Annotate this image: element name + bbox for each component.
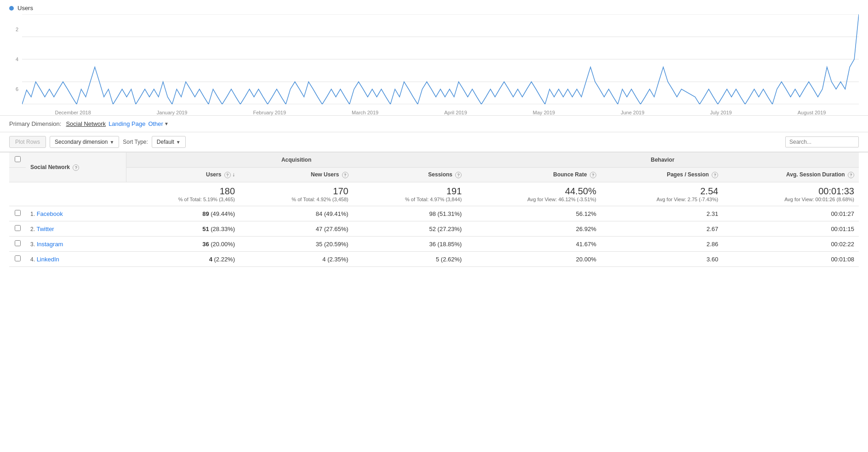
totals-bounce-rate-cell: 44.50% Avg for View: 46.12% (-3.51%) — [466, 182, 601, 206]
row-social-network-cell: 4. LinkedIn — [26, 252, 126, 267]
other-link[interactable]: Other — [148, 120, 163, 127]
select-all-checkbox-header[interactable] — [9, 153, 26, 168]
users-help-icon[interactable]: ? — [224, 172, 231, 178]
totals-users-sub: % of Total: 5.19% (3,465) — [131, 197, 235, 202]
totals-new-users-cell: 170 % of Total: 4.92% (3,458) — [240, 182, 353, 206]
row-social-network-cell: 2. Twitter — [26, 221, 126, 237]
secondary-dimension-label: Secondary dimension — [55, 139, 108, 145]
sort-chevron-icon: ▼ — [176, 140, 181, 145]
other-dropdown[interactable]: Other ▼ — [148, 120, 168, 127]
legend-label: Users — [17, 5, 33, 11]
new-users-help-icon[interactable]: ? — [342, 172, 348, 178]
row-users-cell: 89 (49.44%) — [126, 206, 240, 221]
row-users-bold: 51 — [202, 226, 209, 232]
chart-y-label-2: 2 — [9, 27, 18, 32]
pages-session-help-icon[interactable]: ? — [712, 172, 718, 178]
row-checkbox-cell[interactable] — [9, 237, 26, 252]
landing-page-link[interactable]: Landing Page — [108, 120, 145, 127]
search-input[interactable] — [785, 136, 859, 147]
row-sessions-cell: 52 (27.23%) — [353, 221, 467, 237]
totals-row: 180 % of Total: 5.19% (3,465) 170 % of T… — [9, 182, 859, 206]
primary-dimension-controls: Primary Dimension: Social Network Landin… — [0, 116, 868, 132]
pages-session-col-label: Pages / Session — [667, 171, 708, 178]
col-header-bounce-rate[interactable]: Bounce Rate ? — [466, 168, 601, 182]
secondary-dimension-chevron-icon: ▼ — [109, 140, 114, 145]
chart-x-label-aug2019: August 2019 — [798, 110, 826, 115]
row-new-users-cell: 35 (20.59%) — [240, 237, 353, 252]
row-rank: 1. — [30, 211, 35, 217]
row-social-network-link[interactable]: Twitter — [36, 226, 54, 232]
acquisition-group-header: Acquisition — [126, 153, 466, 168]
data-table: Social Network ? Acquisition Behavior Us… — [9, 153, 859, 267]
new-users-col-label: New Users — [311, 171, 339, 178]
totals-bounce-rate-sub: Avg for View: 46.12% (-3.51%) — [471, 197, 596, 202]
totals-pages-session-cell: 2.54 Avg for View: 2.75 (-7.43%) — [601, 182, 723, 206]
row-users-pct: (20.00%) — [211, 241, 235, 248]
row-checkbox[interactable] — [15, 255, 21, 261]
totals-avg-session-sub: Avg for View: 00:01:26 (8.68%) — [727, 197, 854, 202]
col-header-new-users[interactable]: New Users ? — [240, 168, 353, 182]
spacer-header — [9, 168, 26, 182]
row-new-users-cell: 84 (49.41%) — [240, 206, 353, 221]
row-rank: 2. — [30, 226, 35, 232]
row-users-cell: 4 (2.22%) — [126, 252, 240, 267]
totals-users-cell: 180 % of Total: 5.19% (3,465) — [126, 182, 240, 206]
chart-legend: Users — [9, 5, 859, 11]
row-users-cell: 36 (20.00%) — [126, 237, 240, 252]
avg-session-help-icon[interactable]: ? — [848, 172, 854, 178]
row-checkbox-cell[interactable] — [9, 252, 26, 267]
col-header-users[interactable]: Users ? ↓ — [126, 168, 240, 182]
totals-avg-session-value: 00:01:33 — [727, 186, 854, 197]
row-pages-session-cell: 3.60 — [601, 252, 723, 267]
chart-container: 6 4 2 December 2018 January 2019 Februar… — [9, 14, 859, 115]
table-row: 4. LinkedIn 4 (2.22%) 4 (2.35%) 5 (2.62%… — [9, 252, 859, 267]
chart-x-label-jan2019: January 2019 — [157, 110, 188, 115]
col-header-pages-session[interactable]: Pages / Session ? — [601, 168, 723, 182]
sort-type-label: Sort Type: — [123, 139, 148, 145]
chart-y-label-6: 6 — [9, 86, 18, 92]
sessions-help-icon[interactable]: ? — [455, 172, 462, 178]
totals-bounce-rate-value: 44.50% — [471, 186, 596, 197]
chart-x-label-jul2019: July 2019 — [710, 110, 732, 115]
row-avg-session-cell: 00:01:27 — [723, 206, 859, 221]
totals-new-users-sub: % of Total: 4.92% (3,458) — [244, 197, 348, 202]
col-header-social-network: Social Network ? — [26, 153, 126, 182]
row-checkbox-cell[interactable] — [9, 206, 26, 221]
row-users-bold: 36 — [202, 241, 209, 248]
select-all-checkbox[interactable] — [15, 156, 21, 162]
table-row: 3. Instagram 36 (20.00%) 35 (20.59%) 36 … — [9, 237, 859, 252]
row-rank: 4. — [30, 256, 35, 263]
bounce-rate-help-icon[interactable]: ? — [590, 172, 596, 178]
row-social-network-cell: 3. Instagram — [26, 237, 126, 252]
row-new-users-cell: 4 (2.35%) — [240, 252, 353, 267]
primary-dimension-label: Primary Dimension: — [9, 120, 61, 127]
row-checkbox[interactable] — [15, 225, 21, 231]
row-checkbox-cell[interactable] — [9, 221, 26, 237]
row-social-network-link[interactable]: Facebook — [37, 210, 63, 217]
row-checkbox[interactable] — [15, 240, 21, 246]
chart-x-labels: December 2018 January 2019 February 2019… — [22, 104, 859, 115]
social-network-dim[interactable]: Social Network — [66, 120, 106, 127]
legend-dot — [9, 6, 14, 11]
secondary-dimension-dropdown[interactable]: Secondary dimension ▼ — [50, 136, 119, 148]
sort-type-dropdown[interactable]: Default ▼ — [152, 136, 186, 148]
plot-rows-button[interactable]: Plot Rows — [9, 136, 46, 148]
row-social-network-link[interactable]: LinkedIn — [37, 256, 59, 263]
row-sessions-cell: 5 (2.62%) — [353, 252, 467, 267]
chart-y-label-4: 4 — [9, 56, 18, 62]
row-social-network-link[interactable]: Instagram — [37, 241, 63, 248]
chart-x-label-apr2019: April 2019 — [444, 110, 467, 115]
social-network-help-icon[interactable]: ? — [73, 164, 79, 171]
col-header-sessions[interactable]: Sessions ? — [353, 168, 467, 182]
row-pages-session-cell: 2.67 — [601, 221, 723, 237]
totals-social-network-cell — [26, 182, 126, 206]
users-col-label: Users — [206, 171, 221, 178]
row-avg-session-cell: 00:02:22 — [723, 237, 859, 252]
col-header-avg-session[interactable]: Avg. Session Duration ? — [723, 168, 859, 182]
row-checkbox[interactable] — [15, 210, 21, 216]
row-new-users-cell: 47 (27.65%) — [240, 221, 353, 237]
sessions-col-label: Sessions — [428, 171, 452, 178]
row-bounce-rate-cell: 56.12% — [466, 206, 601, 221]
row-social-network-cell: 1. Facebook — [26, 206, 126, 221]
row-users-pct: (49.44%) — [211, 210, 235, 217]
